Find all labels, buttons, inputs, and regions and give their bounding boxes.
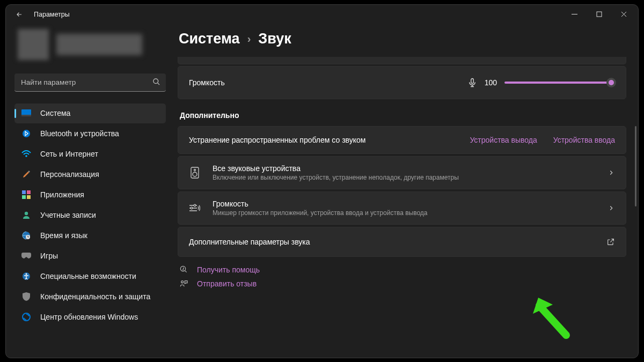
svg-point-5 bbox=[25, 155, 27, 157]
row-title: Все звуковые устройства bbox=[213, 164, 459, 173]
svg-rect-3 bbox=[21, 115, 31, 116]
row-title: Громкость bbox=[213, 200, 428, 208]
troubleshoot-label: Устранение распространенных проблем со з… bbox=[189, 136, 365, 144]
sidebar-item-accessibility[interactable]: Специальные возможности bbox=[14, 267, 166, 286]
volume-value: 100 bbox=[485, 78, 497, 87]
sidebar-item-label: Время и язык bbox=[40, 231, 87, 240]
speaker-icon bbox=[189, 167, 201, 179]
svg-point-18 bbox=[194, 169, 196, 171]
all-sound-devices-row[interactable]: Все звуковые устройства Включение или вы… bbox=[178, 156, 626, 189]
close-button[interactable] bbox=[611, 6, 636, 23]
chevron-right-icon: › bbox=[247, 33, 251, 45]
volume-label: Громкость bbox=[189, 78, 225, 87]
help-links: Получить помощь Отправить отзыв bbox=[178, 265, 626, 288]
feedback-icon bbox=[180, 279, 189, 288]
sidebar-item-apps[interactable]: Приложения bbox=[14, 185, 166, 205]
sidebar-item-bluetooth[interactable]: Bluetooth и устройства bbox=[14, 124, 166, 144]
svg-point-15 bbox=[23, 313, 30, 321]
svg-point-19 bbox=[193, 172, 197, 176]
link-label: Отправить отзыв bbox=[197, 279, 257, 288]
svg-rect-9 bbox=[27, 195, 31, 199]
globe-clock-icon bbox=[21, 230, 32, 241]
avatar bbox=[18, 29, 49, 60]
breadcrumb: Система › Звук bbox=[178, 31, 626, 47]
sidebar: Система Bluetooth и устройства Сеть и Ин… bbox=[6, 24, 172, 358]
svg-point-14 bbox=[26, 274, 27, 275]
sidebar-item-accounts[interactable]: Учетные записи bbox=[14, 205, 166, 225]
sidebar-item-gaming[interactable]: Игры bbox=[14, 246, 166, 266]
row-title: Дополнительные параметры звука bbox=[189, 238, 310, 246]
feedback-link[interactable]: Отправить отзыв bbox=[180, 279, 626, 288]
breadcrumb-parent[interactable]: Система bbox=[179, 31, 240, 47]
chevron-right-icon bbox=[608, 204, 615, 212]
sidebar-item-time-language[interactable]: Время и язык bbox=[14, 226, 166, 246]
sidebar-item-personalization[interactable]: Персонализация bbox=[14, 165, 166, 184]
shield-icon bbox=[21, 291, 32, 302]
accessibility-icon bbox=[21, 271, 32, 282]
window-title: Параметры bbox=[34, 11, 70, 18]
search-box[interactable] bbox=[14, 73, 166, 92]
partial-card-stub bbox=[178, 57, 626, 64]
svg-rect-6 bbox=[22, 190, 26, 194]
row-subtitle: Микшер громкости приложений, устройства … bbox=[213, 209, 428, 217]
page-title: Звук bbox=[258, 31, 291, 47]
sidebar-item-label: Центр обновления Windows bbox=[40, 313, 138, 321]
volume-row: Громкость 100 bbox=[178, 66, 626, 99]
link-label: Получить помощь bbox=[197, 265, 260, 274]
profile-name-blurred bbox=[56, 34, 142, 55]
svg-point-23 bbox=[183, 269, 184, 270]
sidebar-item-label: Персонализация bbox=[40, 170, 99, 179]
minimize-button[interactable] bbox=[562, 6, 587, 23]
svg-point-21 bbox=[191, 207, 193, 209]
get-help-link[interactable]: Получить помощь bbox=[180, 265, 626, 274]
search-input[interactable] bbox=[14, 73, 166, 92]
wifi-icon bbox=[21, 149, 32, 159]
sidebar-item-label: Конфиденциальность и защита bbox=[40, 292, 150, 301]
svg-rect-16 bbox=[471, 78, 473, 83]
sidebar-item-system[interactable]: Система bbox=[14, 104, 166, 123]
microphone-icon[interactable] bbox=[467, 78, 477, 87]
settings-window: Параметры Система bbox=[5, 4, 639, 358]
help-icon bbox=[180, 265, 189, 274]
profile-area[interactable] bbox=[14, 27, 166, 62]
sidebar-item-label: Сеть и Интернет bbox=[40, 150, 98, 158]
main-content: Система › Звук Громкость 100 Дополнитель… bbox=[172, 24, 638, 358]
apps-icon bbox=[21, 189, 32, 200]
nav-list: Система Bluetooth и устройства Сеть и Ин… bbox=[14, 104, 166, 327]
svg-point-4 bbox=[23, 130, 30, 137]
svg-point-20 bbox=[194, 204, 196, 206]
arrow-annotation bbox=[529, 292, 577, 341]
maximize-button[interactable] bbox=[587, 6, 611, 23]
gamepad-icon bbox=[21, 250, 32, 261]
sidebar-item-label: Учетные записи bbox=[40, 211, 96, 219]
update-icon bbox=[21, 312, 32, 322]
svg-point-10 bbox=[25, 212, 28, 215]
section-additional: Дополнительно bbox=[180, 111, 626, 120]
monitor-icon bbox=[21, 108, 32, 119]
back-button[interactable] bbox=[13, 9, 25, 20]
chevron-right-icon bbox=[608, 169, 615, 176]
volume-mixer-row[interactable]: Громкость Микшер громкости приложений, у… bbox=[178, 191, 626, 225]
slider-thumb[interactable] bbox=[606, 78, 616, 87]
svg-rect-8 bbox=[22, 195, 26, 199]
person-icon bbox=[21, 210, 32, 220]
troubleshoot-row: Устранение распространенных проблем со з… bbox=[178, 126, 626, 154]
titlebar: Параметры bbox=[6, 5, 638, 24]
scrollbar[interactable] bbox=[635, 126, 636, 206]
paintbrush-icon bbox=[21, 169, 32, 180]
sidebar-item-network[interactable]: Сеть и Интернет bbox=[14, 144, 166, 164]
input-devices-link[interactable]: Устройства ввода bbox=[553, 136, 615, 144]
sidebar-item-privacy[interactable]: Конфиденциальность и защита bbox=[14, 287, 166, 307]
sidebar-item-label: Система bbox=[40, 109, 70, 117]
sidebar-item-label: Специальные возможности bbox=[40, 272, 136, 280]
svg-rect-7 bbox=[27, 190, 31, 194]
sidebar-item-windows-update[interactable]: Центр обновления Windows bbox=[14, 307, 166, 327]
sidebar-item-label: Приложения bbox=[40, 190, 84, 199]
sidebar-item-label: Bluetooth и устройства bbox=[40, 129, 119, 138]
output-devices-link[interactable]: Устройства вывода bbox=[470, 136, 537, 144]
volume-slider[interactable] bbox=[504, 82, 615, 84]
more-sound-settings-row[interactable]: Дополнительные параметры звука bbox=[178, 227, 626, 257]
mixer-icon bbox=[189, 204, 201, 212]
row-subtitle: Включение или выключение устройств, устр… bbox=[213, 174, 459, 181]
svg-rect-0 bbox=[597, 12, 602, 17]
